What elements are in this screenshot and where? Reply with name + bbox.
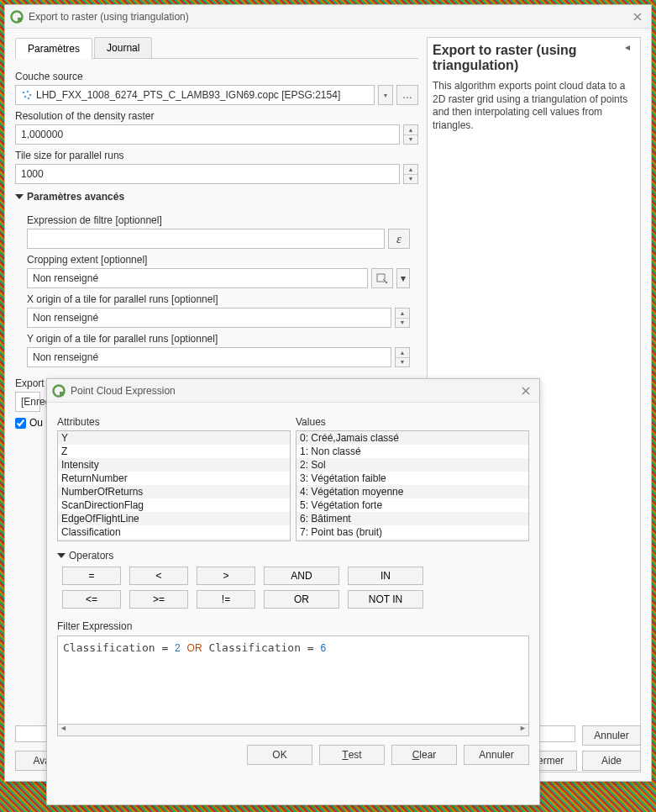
- op-in[interactable]: IN: [348, 567, 423, 585]
- list-item[interactable]: Z: [58, 445, 290, 458]
- chevron-up-icon: ▲: [396, 308, 409, 319]
- list-item[interactable]: 2: Sol: [297, 458, 528, 472]
- tab-parametres[interactable]: Paramètres: [15, 38, 92, 59]
- popup-title: Point Cloud Expression: [71, 385, 517, 397]
- attributes-label: Attributes: [57, 416, 291, 428]
- list-item[interactable]: 7: Point bas (bruit): [297, 525, 528, 539]
- label-crop: Cropping extent [optionnel]: [27, 254, 410, 266]
- attributes-list[interactable]: YZIntensityReturnNumberNumberOfReturnsSc…: [57, 430, 291, 541]
- xorigin-input[interactable]: Non renseigné: [27, 308, 391, 328]
- svg-point-2: [23, 92, 25, 94]
- svg-rect-10: [60, 392, 64, 396]
- test-button[interactable]: Test: [319, 745, 385, 765]
- collapse-icon[interactable]: ◂: [625, 41, 635, 51]
- source-browse-button[interactable]: …: [396, 85, 418, 105]
- clear-button[interactable]: Clear: [391, 745, 457, 765]
- chevron-down-icon: ▼: [396, 319, 409, 328]
- popup-cancel-button[interactable]: Annuler: [464, 745, 529, 765]
- export-input[interactable]: [Enreg: [15, 392, 40, 412]
- label-filter: Expression de filtre [optionnel]: [27, 214, 410, 226]
- ok-button[interactable]: OK: [247, 745, 312, 765]
- close-icon[interactable]: [629, 8, 646, 25]
- tab-journal[interactable]: Journal: [94, 37, 152, 58]
- source-dropdown[interactable]: ▼: [378, 85, 393, 105]
- pointcloud-icon: [21, 89, 33, 101]
- cancel-button-top[interactable]: Annuler: [582, 725, 641, 746]
- label-xorigin: X origin of a tile for parallel runs [op…: [27, 293, 410, 305]
- label-yorigin: Y origin of a tile for parallel runs [op…: [27, 333, 410, 345]
- list-item[interactable]: 4: Végétation moyenne: [297, 485, 528, 498]
- list-item[interactable]: 6: Bâtiment: [297, 512, 528, 525]
- op-and[interactable]: AND: [264, 567, 339, 585]
- op-notin[interactable]: NOT IN: [348, 590, 423, 609]
- qgis-icon: [10, 10, 24, 24]
- extent-picker-button[interactable]: [371, 268, 393, 288]
- window-title: Export to raster (using triangulation): [29, 11, 629, 23]
- open-output-checkbox[interactable]: [15, 418, 26, 429]
- list-item[interactable]: ReturnNumber: [58, 472, 290, 485]
- list-item[interactable]: Y: [58, 431, 290, 445]
- crop-input[interactable]: Non renseigné: [27, 268, 368, 288]
- yorigin-spin[interactable]: ▲▼: [395, 347, 410, 367]
- svg-point-6: [28, 98, 30, 100]
- label-tilesize: Tile size for parallel runs: [15, 150, 418, 161]
- chevron-down-icon: ▼: [379, 86, 392, 104]
- list-item[interactable]: ScanAngleRank: [58, 539, 290, 541]
- triangle-down-icon: [57, 553, 66, 558]
- help-button[interactable]: Aide: [582, 751, 641, 771]
- chevron-down-icon: ▼: [404, 135, 417, 145]
- advanced-toggle[interactable]: Paramètres avancés: [15, 187, 418, 206]
- list-item[interactable]: NumberOfReturns: [58, 485, 290, 498]
- op-lt[interactable]: <: [129, 567, 188, 585]
- qgis-icon: [52, 384, 66, 398]
- extent-menu-button[interactable]: ▾: [396, 268, 410, 288]
- chevron-down-icon: ▼: [404, 175, 417, 184]
- resolution-input[interactable]: 1,000000: [15, 124, 400, 145]
- label-source: Couche source: [15, 71, 418, 82]
- list-item[interactable]: 1: Non classé: [297, 445, 528, 458]
- filter-expression-input[interactable]: Classification = 2 OR Classification = 6: [57, 635, 529, 725]
- list-item[interactable]: 0: Créé,Jamais classé: [297, 431, 528, 445]
- op-gt[interactable]: >: [197, 567, 255, 585]
- advanced-group: Paramètres avancés Expression de filtre …: [15, 187, 418, 372]
- source-value: LHD_FXX_1008_6274_PTS_C_LAMB93_IGN69.cop…: [36, 89, 340, 101]
- list-item[interactable]: 8: Réservé: [297, 539, 528, 541]
- tilesize-input[interactable]: 1000: [15, 164, 400, 184]
- help-title: Export to raster (using triangulation): [433, 43, 635, 73]
- op-gte[interactable]: >=: [129, 590, 188, 609]
- label-resolution: Resolution of the density raster: [15, 110, 418, 122]
- chevron-up-icon: ▲: [404, 165, 417, 175]
- popup-titlebar: Point Cloud Expression: [47, 379, 539, 403]
- svg-point-5: [24, 96, 27, 98]
- filter-expression-label: Filter Expression: [57, 620, 529, 632]
- popup-close-icon[interactable]: [517, 382, 534, 399]
- op-lte[interactable]: <=: [62, 590, 121, 609]
- svg-point-4: [29, 94, 32, 97]
- tilesize-spin[interactable]: ▲▼: [403, 164, 418, 184]
- values-list[interactable]: 0: Créé,Jamais classé1: Non classé2: Sol…: [296, 430, 529, 541]
- xorigin-spin[interactable]: ▲▼: [395, 308, 410, 328]
- list-item[interactable]: Intensity: [58, 458, 290, 472]
- expression-scrollbar[interactable]: [57, 725, 529, 736]
- expression-dialog: Point Cloud Expression Attributes YZInte…: [46, 378, 540, 805]
- chevron-up-icon: ▲: [404, 125, 417, 135]
- values-label: Values: [296, 416, 529, 428]
- op-or[interactable]: OR: [264, 590, 339, 609]
- list-item[interactable]: 5: Végétation forte: [297, 498, 528, 512]
- filter-input[interactable]: [27, 229, 385, 249]
- list-item[interactable]: EdgeOfFlightLine: [58, 512, 290, 525]
- list-item[interactable]: 3: Végétation faible: [297, 472, 528, 485]
- expression-builder-button[interactable]: ε: [388, 229, 410, 249]
- tabbar: Paramètres Journal: [15, 37, 418, 59]
- svg-point-3: [27, 91, 29, 93]
- svg-point-8: [386, 282, 387, 283]
- list-item[interactable]: ScanDirectionFlag: [58, 498, 290, 512]
- operators-toggle[interactable]: Operators: [57, 550, 529, 562]
- op-ne[interactable]: !=: [197, 590, 255, 609]
- list-item[interactable]: Classification: [58, 525, 290, 539]
- op-eq[interactable]: =: [62, 567, 121, 585]
- svg-rect-7: [377, 274, 385, 282]
- source-combo[interactable]: LHD_FXX_1008_6274_PTS_C_LAMB93_IGN69.cop…: [15, 85, 375, 105]
- resolution-spin[interactable]: ▲▼: [403, 124, 418, 145]
- yorigin-input[interactable]: Non renseigné: [27, 347, 391, 367]
